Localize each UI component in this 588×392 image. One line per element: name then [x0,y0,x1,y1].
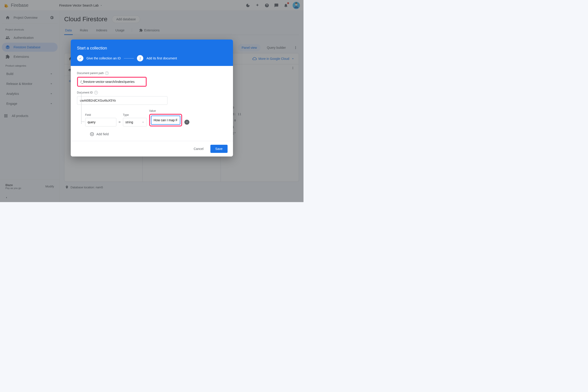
save-button[interactable]: Save [210,145,227,153]
cancel-button[interactable]: Cancel [190,145,208,153]
modal-overlay: Start a collection Give the collection a… [0,0,304,202]
value-input[interactable] [151,116,180,125]
label-text: Document ID [77,91,93,94]
step-2-label: Add its first document [146,56,177,60]
field-value-col: Value [149,109,182,126]
field-name-input[interactable] [85,118,116,126]
field-type-col: Type string [123,113,147,126]
step-1-label: Give the collection an ID [87,56,121,60]
equals-sign: = [119,120,121,126]
parent-path-highlight [77,77,147,87]
field-name-col: Field [85,113,116,126]
modal-footer: Cancel Save [71,141,233,156]
value-label: Value [149,109,182,112]
remove-field-button[interactable]: − [184,120,189,125]
document-id-input[interactable] [77,96,167,105]
help-icon[interactable]: ? [94,91,98,94]
value-highlight [149,114,182,126]
document-id-label: Document ID ? [77,91,227,94]
add-field-button[interactable]: Add field [90,132,227,136]
plus-circle-icon [90,132,94,136]
type-value: string [125,120,133,124]
tree-branch [81,122,84,122]
step-divider [124,58,134,58]
label-text: Document parent path [77,72,104,75]
modal-body: Document parent path ? Document ID ? Fie… [71,66,233,141]
step-2-badge: 2 [137,55,143,62]
modal-header: Start a collection Give the collection a… [71,40,233,66]
step-1-badge [77,55,83,62]
start-collection-modal: Start a collection Give the collection a… [71,40,233,156]
parent-path-input[interactable] [78,78,146,86]
parent-path-label: Document parent path ? [77,71,227,75]
tree-line [81,91,82,124]
type-select[interactable]: string [123,118,147,126]
help-icon[interactable]: ? [105,71,109,75]
type-label: Type [123,113,147,116]
add-field-label: Add field [97,132,109,136]
modal-title: Start a collection [77,46,227,50]
field-definition-row: Field = Type string Value [85,109,227,126]
field-label: Field [85,113,116,116]
chevron-down-icon [142,121,144,124]
